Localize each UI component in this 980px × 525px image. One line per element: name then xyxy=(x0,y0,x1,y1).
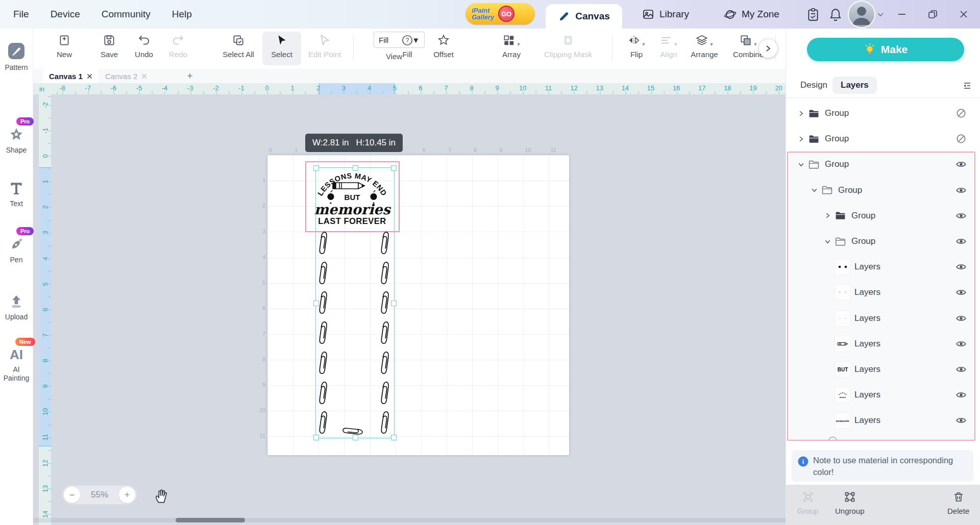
eye-icon[interactable] xyxy=(951,287,971,298)
eye-icon[interactable] xyxy=(951,338,971,349)
eye-icon[interactable] xyxy=(951,261,971,272)
eye-icon[interactable] xyxy=(951,185,971,196)
clipboard-icon[interactable] xyxy=(806,8,820,22)
selection-handle[interactable] xyxy=(391,435,397,440)
collapse-panel-icon[interactable] xyxy=(962,81,972,91)
tab-library[interactable]: Library xyxy=(642,0,689,29)
chevron-down-icon[interactable] xyxy=(808,186,820,194)
selection-handle[interactable] xyxy=(391,301,397,306)
selection-handle[interactable] xyxy=(313,165,319,171)
avatar[interactable] xyxy=(849,2,874,27)
ungroup-button[interactable]: Ungroup xyxy=(835,491,865,515)
select-button[interactable]: Select xyxy=(262,32,301,65)
menu-help[interactable]: Help xyxy=(172,9,192,20)
toolbar-more-button[interactable] xyxy=(759,39,777,58)
add-canvas-tab-button[interactable]: + xyxy=(184,70,196,82)
horizontal-ruler[interactable]: -8-7-6-5-4-3-2-1012345678910111213141516… xyxy=(51,83,786,94)
offset-button[interactable]: Offset xyxy=(424,32,463,65)
pan-hand-icon[interactable] xyxy=(153,487,170,504)
horizontal-scrollbar-track[interactable] xyxy=(33,518,786,522)
sidebar-item-pen[interactable]: Pro Pen xyxy=(0,236,33,264)
layer-row[interactable]: Group xyxy=(786,101,980,126)
horizontal-scrollbar-thumb[interactable] xyxy=(176,518,245,522)
layer-row[interactable]: Group xyxy=(786,126,980,152)
window-minimize-button[interactable] xyxy=(897,10,906,19)
layer-row[interactable]: Layers xyxy=(786,306,980,331)
group-button[interactable]: Group xyxy=(797,491,819,515)
align-button[interactable]: ▼ Align xyxy=(649,32,688,65)
zoom-out-button[interactable]: − xyxy=(64,487,80,503)
sidebar-item-upload[interactable]: Upload xyxy=(0,293,33,321)
layer-row[interactable]: Group xyxy=(786,229,980,254)
eye-icon[interactable] xyxy=(951,415,971,426)
delete-button[interactable]: Delete xyxy=(947,491,969,515)
chevron-right-icon[interactable] xyxy=(822,212,833,219)
go-button[interactable]: GO xyxy=(498,6,514,22)
chevron-down-icon[interactable]: ▼ xyxy=(709,42,714,47)
make-button[interactable]: Make xyxy=(807,38,964,61)
tab-canvas[interactable]: Canvas xyxy=(546,4,622,29)
layer-row[interactable]: memoriesLayers xyxy=(786,408,980,433)
edit-point-button[interactable]: Edit Point xyxy=(303,32,346,65)
layer-row[interactable]: Layers xyxy=(786,331,980,357)
chevron-down-icon[interactable]: ▼ xyxy=(753,42,758,47)
chevron-down-icon[interactable]: ▼ xyxy=(642,42,646,47)
avatar-chevron-down-icon[interactable] xyxy=(877,12,884,17)
clipping-mask-button[interactable]: Clipping Mask xyxy=(538,32,598,65)
sidebar-item-ai-painting[interactable]: New AI AI Painting xyxy=(0,346,33,383)
eye-icon[interactable] xyxy=(951,313,971,324)
sidebar-item-shape[interactable]: Pro Shape xyxy=(0,127,33,154)
selection-handle[interactable] xyxy=(313,301,319,306)
tab-canvas-1[interactable]: Canvas 1 xyxy=(43,69,99,83)
array-button[interactable]: ▼ Array xyxy=(492,32,531,65)
chevron-right-icon[interactable] xyxy=(795,135,806,143)
menu-device[interactable]: Device xyxy=(51,9,80,20)
layer-row[interactable]: Layers xyxy=(786,280,980,305)
layer-row[interactable]: Group xyxy=(786,178,980,203)
chevron-down-icon[interactable]: ▼ xyxy=(517,42,521,47)
selection-bounding-box[interactable] xyxy=(315,167,395,438)
close-tab-icon[interactable] xyxy=(87,73,92,79)
chevron-down-icon[interactable] xyxy=(822,238,833,245)
redo-button[interactable]: Redo xyxy=(159,32,198,65)
tab-layers[interactable]: Layers xyxy=(832,77,877,94)
chevron-right-icon[interactable] xyxy=(795,110,806,117)
menu-file[interactable]: File xyxy=(13,9,29,20)
window-restore-button[interactable] xyxy=(928,10,938,19)
eye-off-icon[interactable] xyxy=(951,133,971,144)
sidebar-item-pattern[interactable]: Pattern xyxy=(0,42,33,71)
fill-button[interactable]: ? Fill xyxy=(388,32,427,65)
eye-icon[interactable] xyxy=(951,389,971,401)
tab-canvas-2[interactable]: Canvas 2 xyxy=(99,69,153,83)
eye-icon[interactable] xyxy=(951,159,971,170)
layer-row[interactable]: Layers xyxy=(786,382,980,408)
selection-handle[interactable] xyxy=(353,435,358,440)
select-all-button[interactable]: Select All xyxy=(215,32,261,65)
zoom-in-button[interactable]: + xyxy=(119,487,135,503)
vertical-ruler[interactable]: -2-101234567891011121314 xyxy=(39,94,51,525)
save-button[interactable]: Save xyxy=(90,32,129,65)
window-close-button[interactable] xyxy=(959,10,968,19)
eye-icon[interactable] xyxy=(951,236,971,247)
new-button[interactable]: New xyxy=(45,32,84,65)
selection-handle[interactable] xyxy=(313,435,319,440)
layer-row[interactable]: Group xyxy=(786,152,980,177)
eye-off-icon[interactable] xyxy=(951,108,971,119)
eye-icon[interactable] xyxy=(951,364,971,375)
close-tab-icon[interactable] xyxy=(141,73,147,79)
eye-icon[interactable] xyxy=(951,210,971,221)
layer-row[interactable]: Layers xyxy=(786,254,980,280)
selection-handle[interactable] xyxy=(391,165,397,171)
menu-community[interactable]: Community xyxy=(102,9,151,20)
selection-handle[interactable] xyxy=(353,165,358,171)
tab-my-zone[interactable]: My Zone xyxy=(724,0,779,29)
ipaint-gallery-banner[interactable]: iPaint Gallery GO xyxy=(465,3,535,24)
arrange-button[interactable]: ▼ Arrange xyxy=(685,32,724,65)
layer-row[interactable]: Group xyxy=(786,203,980,229)
notifications-bell-icon[interactable] xyxy=(829,8,842,22)
undo-button[interactable]: Undo xyxy=(125,32,163,65)
sidebar-item-text[interactable]: Text xyxy=(0,180,33,208)
layer-row[interactable]: BUTLayers xyxy=(786,357,980,382)
tab-design[interactable]: Design xyxy=(800,80,827,90)
chevron-down-icon[interactable] xyxy=(795,161,806,168)
